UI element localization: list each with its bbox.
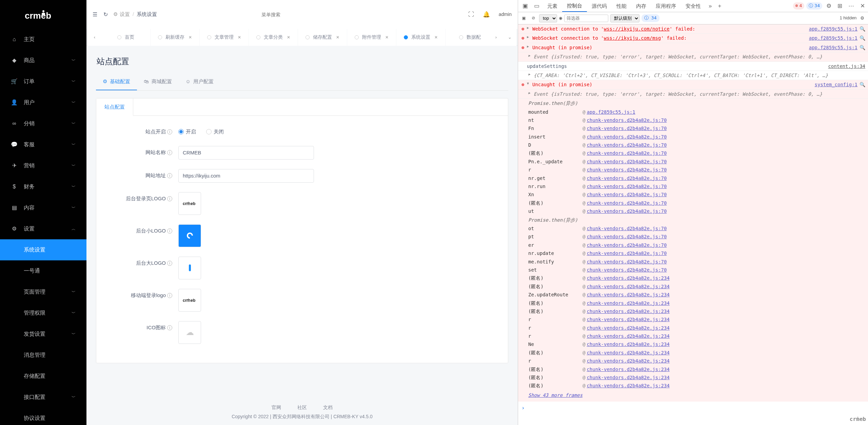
expand-icon[interactable]: ▶: [527, 25, 531, 31]
trace-row[interactable]: nr.get@chunk-vendors.d2b4a82e.js:70: [528, 174, 865, 182]
small-logo-upload[interactable]: [178, 224, 201, 247]
tab-文章分类[interactable]: 文章分类✕: [249, 29, 298, 46]
filter-input[interactable]: [564, 15, 608, 22]
source-link[interactable]: chunk-vendors.d2b4a82e.js:70: [587, 133, 667, 141]
footer-link-docs[interactable]: 文档: [323, 405, 333, 410]
source-link[interactable]: app.f2859c55.js:1: [587, 108, 635, 116]
dock-icon[interactable]: ⊞: [834, 0, 845, 12]
tabs-menu[interactable]: ⌄: [503, 29, 516, 46]
source-link[interactable]: chunk-vendors.d2b4a82e.js:234: [587, 382, 669, 389]
ws-url-link[interactable]: wss://ikyiju.com/msg: [604, 35, 661, 41]
breadcrumb-parent[interactable]: 设置: [120, 11, 130, 18]
tabs-next[interactable]: ›: [489, 29, 503, 46]
submenu-permissions[interactable]: 管理权限﹀: [0, 302, 86, 324]
tab-数据配[interactable]: 数据配: [446, 29, 489, 46]
close-icon[interactable]: ✕: [434, 34, 438, 40]
info-icon[interactable]: i: [167, 173, 172, 178]
tab-首页[interactable]: 首页: [101, 29, 151, 46]
source-link[interactable]: chunk-vendors.d2b4a82e.js:234: [587, 340, 669, 348]
more-tabs-icon[interactable]: »: [706, 0, 715, 12]
trace-row[interactable]: (匿名)@chunk-vendors.d2b4a82e.js:234: [528, 307, 865, 315]
tab-console[interactable]: 控制台: [562, 0, 587, 12]
tab-security[interactable]: 安全性: [681, 0, 706, 12]
menu-home[interactable]: ⌂主页: [0, 29, 86, 50]
source-link[interactable]: chunk-vendors.d2b4a82e.js:70: [587, 191, 667, 198]
tab-elements[interactable]: 元素: [542, 0, 562, 12]
trace-row[interactable]: set@chunk-vendors.d2b4a82e.js:70: [528, 266, 865, 274]
menu-orders[interactable]: 🛒订单﹀: [0, 71, 86, 92]
trace-row[interactable]: ut@chunk-vendors.d2b4a82e.js:70: [528, 207, 865, 215]
source-link[interactable]: chunk-vendors.d2b4a82e.js:234: [587, 299, 669, 307]
console-detail-row[interactable]: ▶Event {isTrusted: true, type: 'error', …: [518, 90, 868, 99]
expand-icon[interactable]: ▶: [527, 34, 531, 40]
tab-mall-config[interactable]: 🛍商城配置: [137, 74, 179, 90]
submenu-protocol[interactable]: 协议设置: [0, 408, 86, 425]
console-settings-icon[interactable]: ⚙: [861, 14, 864, 22]
mobile-logo-upload[interactable]: crṁeb: [178, 289, 201, 312]
trace-row[interactable]: r@chunk-vendors.d2b4a82e.js:234: [528, 324, 865, 332]
source-link[interactable]: app.f2859c55.js:1: [805, 34, 857, 42]
trace-row[interactable]: (匿名)@chunk-vendors.d2b4a82e.js:70: [528, 199, 865, 207]
trace-row[interactable]: nr.run@chunk-vendors.d2b4a82e.js:70: [528, 182, 865, 190]
close-icon[interactable]: ✕: [238, 34, 241, 40]
source-link[interactable]: chunk-vendors.d2b4a82e.js:70: [587, 250, 667, 257]
refresh-icon[interactable]: ↻: [103, 11, 108, 19]
source-link[interactable]: chunk-vendors.d2b4a82e.js:234: [587, 291, 669, 298]
source-link[interactable]: chunk-vendors.d2b4a82e.js:234: [587, 349, 669, 356]
expand-icon[interactable]: ▶: [527, 44, 531, 49]
source-link[interactable]: chunk-vendors.d2b4a82e.js:234: [587, 366, 669, 373]
source-link[interactable]: chunk-vendors.d2b4a82e.js:70: [587, 174, 667, 182]
info-icon[interactable]: i: [167, 228, 172, 234]
trace-row[interactable]: (匿名)@chunk-vendors.d2b4a82e.js:234: [528, 299, 865, 307]
close-icon[interactable]: ✕: [385, 34, 389, 40]
sidebar-toggle-icon[interactable]: ▣: [520, 15, 528, 22]
source-link[interactable]: chunk-vendors.d2b4a82e.js:70: [587, 258, 667, 265]
trace-row[interactable]: ot@chunk-vendors.d2b4a82e.js:70: [528, 224, 865, 233]
tab-sources[interactable]: 源代码: [587, 0, 612, 12]
trace-row[interactable]: (匿名)@chunk-vendors.d2b4a82e.js:234: [528, 382, 865, 390]
console-error-row[interactable]: ▶Uncaught (in promise)app.f2859c55.js:1🔍: [518, 43, 868, 52]
source-link[interactable]: chunk-vendors.d2b4a82e.js:70: [587, 225, 667, 232]
footer-link-community[interactable]: 社区: [297, 405, 307, 410]
source-link[interactable]: chunk-vendors.d2b4a82e.js:70: [587, 266, 667, 274]
console-detail-row[interactable]: ▶Event {isTrusted: true, type: 'error', …: [518, 52, 868, 61]
menu-distribution[interactable]: ∞分销﹀: [0, 113, 86, 134]
trace-row[interactable]: r@chunk-vendors.d2b4a82e.js:234: [528, 315, 865, 324]
tab-user-config[interactable]: ☺用户配置: [179, 74, 220, 90]
hidden-count[interactable]: 1 hidden: [840, 15, 856, 21]
info-icon[interactable]: i: [167, 150, 172, 155]
source-link[interactable]: chunk-vendors.d2b4a82e.js:234: [587, 357, 669, 365]
trace-row[interactable]: (匿名)@chunk-vendors.d2b4a82e.js:70: [528, 149, 865, 157]
tab-basic-config[interactable]: ⚙基础配置: [96, 74, 137, 90]
info-icon[interactable]: i: [167, 293, 172, 298]
console-output[interactable]: ▶WebSocket connection to 'wss://ikyiju.c…: [518, 24, 868, 425]
submenu-messages[interactable]: 消息管理: [0, 345, 86, 366]
source-link[interactable]: chunk-vendors.d2b4a82e.js:70: [587, 199, 667, 207]
trace-row[interactable]: (匿名)@chunk-vendors.d2b4a82e.js:234: [528, 349, 865, 357]
trace-row[interactable]: r@chunk-vendors.d2b4a82e.js:234: [528, 332, 865, 340]
trace-row[interactable]: me.notify@chunk-vendors.d2b4a82e.js:70: [528, 258, 865, 266]
info-icon[interactable]: i: [167, 129, 172, 134]
console-error-row[interactable]: ▶WebSocket connection to 'wss://ikyiju.c…: [518, 24, 868, 34]
tab-刷新缓存[interactable]: 刷新缓存✕: [151, 29, 200, 46]
source-link[interactable]: chunk-vendors.d2b4a82e.js:234: [587, 374, 669, 381]
console-prompt[interactable]: ›: [518, 402, 868, 414]
show-more-frames[interactable]: Show 43 more frames: [528, 390, 865, 400]
submenu-yihaotong[interactable]: 一号通: [0, 260, 86, 281]
source-link[interactable]: chunk-vendors.d2b4a82e.js:70: [587, 149, 667, 157]
trace-row[interactable]: (匿名)@chunk-vendors.d2b4a82e.js:234: [528, 365, 865, 373]
trace-row[interactable]: nr.update@chunk-vendors.d2b4a82e.js:70: [528, 249, 865, 257]
console-error-row[interactable]: ▶WebSocket connection to 'wss://ikyiju.c…: [518, 34, 868, 43]
add-tab-icon[interactable]: +: [715, 0, 724, 12]
tab-memory[interactable]: 内存: [631, 0, 651, 12]
panel-tab-site[interactable]: 站点配置: [96, 98, 133, 116]
site-url-input[interactable]: [178, 169, 314, 183]
trace-row[interactable]: r@chunk-vendors.d2b4a82e.js:70: [528, 166, 865, 174]
menu-content[interactable]: ▤内容﹀: [0, 197, 86, 218]
source-link[interactable]: app.f2859c55.js:1: [805, 44, 857, 51]
log-level-select[interactable]: 默认级别: [610, 14, 639, 22]
menu-settings[interactable]: ⚙设置︿: [0, 218, 86, 239]
source-link[interactable]: chunk-vendors.d2b4a82e.js:234: [587, 274, 669, 282]
menu-users[interactable]: 👤用户﹀: [0, 92, 86, 113]
submenu-page-mgmt[interactable]: 页面管理﹀: [0, 281, 86, 302]
